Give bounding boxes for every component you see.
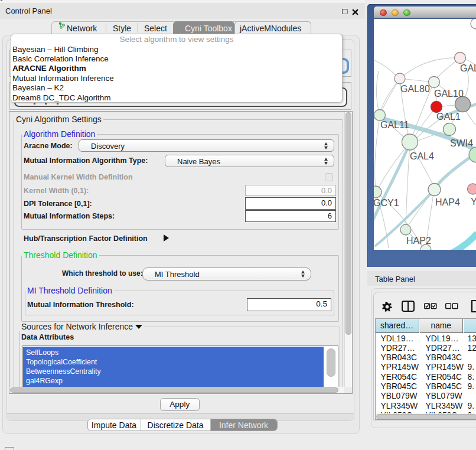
svg-text:GAL11: GAL11 (380, 120, 409, 130)
svg-text:GAL1: GAL1 (436, 112, 461, 122)
svg-text:GAL2: GAL2 (460, 63, 476, 73)
svg-text:HAP4: HAP4 (435, 197, 460, 207)
svg-text:HAP2: HAP2 (406, 236, 431, 246)
svg-text:GCY1: GCY1 (374, 198, 399, 208)
svg-text:Y: Y (471, 197, 476, 207)
svg-text:GAL4: GAL4 (410, 151, 434, 161)
svg-text:SWI4: SWI4 (450, 138, 473, 148)
svg-text:GAL10: GAL10 (434, 89, 464, 99)
svg-text:GAL80: GAL80 (400, 84, 430, 94)
